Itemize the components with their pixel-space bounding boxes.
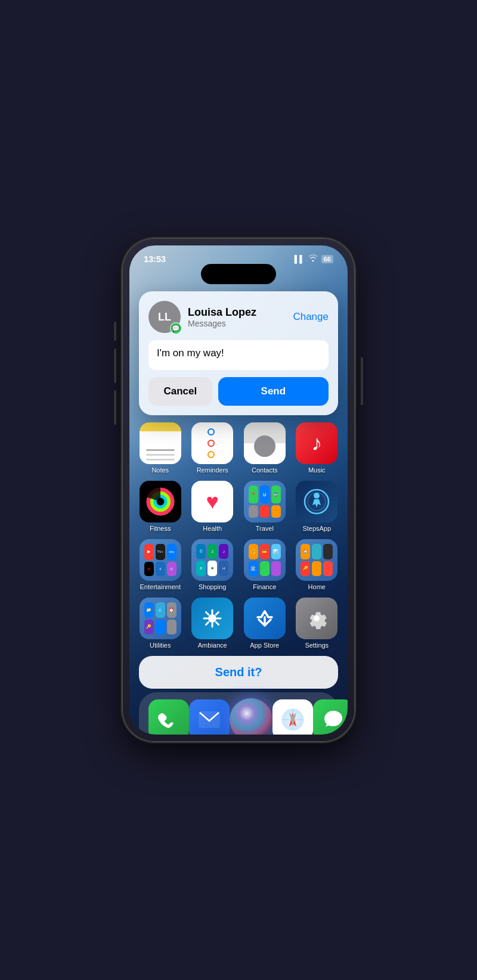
folder-mini-f1: 💰 (249, 544, 258, 559)
app-item-stepsapp[interactable]: StepsApp (296, 481, 339, 532)
health-icon: ♥ (191, 481, 233, 522)
app-item-shopping[interactable]: © Z J B ★ H Shopping (191, 539, 234, 590)
folder-mini-f6 (271, 561, 281, 577)
dynamic-island (129, 264, 348, 284)
app-row-1: Notes (139, 422, 338, 474)
app-item-entertainment[interactable]: ▶ TV+ sky N 4 D Entertainment (139, 539, 182, 590)
appstore-label: App Store (250, 642, 279, 649)
siri-message-card: LL 💬 Louisa Lopez Messages Change I'm on… (139, 291, 338, 415)
folder-mini-1 (249, 505, 258, 518)
notes-icon (140, 422, 181, 464)
battery-icon: 66 (321, 255, 333, 263)
folder-mini-e6: D (167, 562, 176, 577)
send-button[interactable]: Send (218, 377, 329, 406)
mail-dock-icon (189, 699, 230, 735)
cancel-button[interactable]: Cancel (148, 377, 212, 406)
dock (139, 692, 338, 735)
safari-dock-icon (272, 699, 313, 735)
dynamic-island-pill (201, 264, 276, 284)
fitness-rings (145, 487, 175, 517)
app-item-fitness[interactable]: Fitness (139, 481, 182, 532)
reminders-label: Reminders (197, 466, 228, 474)
status-time: 13:53 (144, 254, 166, 264)
messages-icon: 💬 (172, 325, 180, 332)
app-row-4: 📁 💧 ⏰ 🔑 Utilities (139, 598, 338, 649)
avatar-initials: LL (158, 311, 171, 323)
status-bar: 13:53 ▌▌ 66 (129, 245, 348, 266)
folder-mini-u4: 🔑 (144, 620, 154, 635)
entertainment-label: Entertainment (140, 583, 181, 590)
send-it-button[interactable]: Send it? (139, 656, 338, 689)
signal-icon: ▌▌ (295, 255, 305, 263)
change-button[interactable]: Change (293, 311, 329, 323)
utilities-folder-icon: 📁 💧 ⏰ 🔑 (140, 598, 181, 639)
messages-dock-icon (313, 699, 348, 735)
siri-orb (230, 698, 272, 735)
folder-mini-e5: 4 (156, 562, 165, 577)
folder-mini-f5 (260, 561, 270, 577)
phone-screen: 13:53 ▌▌ 66 (129, 245, 348, 735)
folder-mini-h6 (323, 561, 333, 577)
dock-app-safari[interactable] (272, 699, 313, 735)
app-item-contacts[interactable]: Contacts (243, 422, 286, 474)
battery-level: 66 (324, 256, 331, 263)
avatar-wrap: LL 💬 (148, 301, 181, 333)
contact-row: LL 💬 Louisa Lopez Messages Change (148, 301, 329, 333)
app-item-travel[interactable]: 📍 U 🚆 Travel (243, 481, 286, 532)
app-item-reminders[interactable]: Reminders (191, 422, 234, 474)
message-input[interactable]: I'm on my way! (148, 340, 329, 370)
app-item-notes[interactable]: Notes (139, 422, 182, 474)
folder-mini-u1: 📁 (144, 602, 154, 618)
folder-mini-f3: 📊 (271, 544, 281, 559)
folder-mini-h3 (323, 544, 333, 559)
stepsapp-label: StepsApp (302, 525, 331, 532)
folder-mini-s1: © (196, 544, 206, 559)
ambiance-label: Ambiance (198, 642, 227, 649)
folder-mini-s6: H (219, 561, 228, 576)
folder-mini-2 (260, 505, 270, 518)
app-item-appstore[interactable]: App Store (243, 598, 286, 649)
app-item-music[interactable]: ♪ Music (296, 422, 339, 474)
folder-mini-s2: Z (207, 544, 217, 559)
folder-mini-u2: 💧 (156, 602, 165, 618)
volume-down-button[interactable] (114, 390, 116, 425)
dock-app-phone[interactable] (148, 699, 189, 735)
dock-app-messages[interactable] (313, 699, 348, 735)
app-item-settings[interactable]: Settings (296, 598, 339, 649)
folder-mini-e2: TV+ (156, 544, 165, 560)
contacts-label: Contacts (252, 466, 277, 474)
contact-app: Messages (188, 319, 293, 328)
finance-label: Finance (253, 583, 276, 590)
travel-label: Travel (256, 525, 274, 532)
wifi-icon (308, 254, 318, 263)
app-item-utilities[interactable]: 📁 💧 ⏰ 🔑 Utilities (139, 598, 182, 649)
messages-badge: 💬 (170, 322, 182, 334)
folder-mini-s5: ★ (207, 561, 217, 576)
music-label: Music (308, 466, 326, 474)
folder-mini-e4: N (144, 562, 154, 577)
app-item-ambiance[interactable]: Ambiance (191, 598, 234, 649)
dock-app-mail[interactable] (189, 699, 230, 735)
phone-frame: 13:53 ▌▌ 66 (122, 238, 355, 742)
svg-point-9 (208, 614, 216, 623)
app-item-home[interactable]: 🏠 🔑 Home (296, 539, 339, 590)
folder-mini-h4: 🔑 (301, 561, 310, 577)
phone-dock-icon (148, 699, 189, 735)
app-item-finance[interactable]: 💰 💳 📊 🏦 Finance (243, 539, 286, 590)
app-item-health[interactable]: ♥ Health (191, 481, 234, 532)
settings-label: Settings (305, 642, 329, 649)
power-button[interactable] (361, 357, 363, 405)
music-note-icon: ♪ (311, 431, 322, 456)
fitness-icon (140, 481, 181, 522)
volume-up-button[interactable] (114, 349, 116, 383)
appstore-icon (244, 598, 286, 639)
folder-mini-uber: U (260, 486, 270, 503)
folder-mini-s4: B (196, 561, 206, 576)
folder-mini-s3: J (219, 544, 228, 559)
folder-mini-maps: 📍 (249, 486, 258, 503)
mute-button[interactable] (114, 322, 116, 341)
folder-mini-e1: ▶ (144, 544, 154, 560)
siri-orb-wrap[interactable] (230, 698, 272, 735)
folder-mini-u6 (167, 620, 176, 635)
music-icon: ♪ (296, 422, 337, 464)
